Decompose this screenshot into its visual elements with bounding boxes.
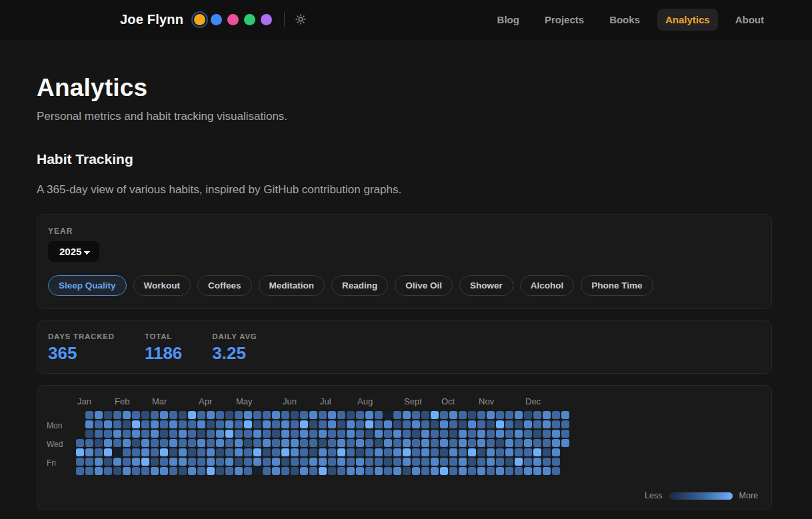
day-cell[interactable] [113, 439, 121, 447]
day-cell[interactable] [412, 467, 420, 475]
day-cell[interactable] [477, 420, 485, 428]
day-cell[interactable] [281, 420, 289, 428]
day-cell[interactable] [123, 430, 131, 438]
day-cell[interactable] [179, 458, 187, 466]
day-cell[interactable] [104, 439, 112, 447]
day-cell[interactable] [113, 467, 121, 475]
day-cell[interactable] [263, 467, 271, 475]
day-cell[interactable] [225, 467, 233, 475]
day-cell[interactable] [347, 411, 355, 419]
day-cell[interactable] [328, 467, 336, 475]
day-cell[interactable] [104, 411, 112, 419]
nav-projects[interactable]: Projects [537, 9, 592, 31]
day-cell[interactable] [291, 467, 299, 475]
day-cell[interactable] [347, 420, 355, 428]
day-cell[interactable] [253, 458, 261, 466]
day-cell[interactable] [477, 430, 485, 438]
day-cell[interactable] [328, 430, 336, 438]
day-cell[interactable] [440, 411, 448, 419]
day-cell[interactable] [309, 411, 317, 419]
day-cell[interactable] [151, 439, 159, 447]
day-cell[interactable] [132, 448, 140, 456]
day-cell[interactable] [561, 411, 569, 419]
nav-blog[interactable]: Blog [489, 9, 527, 31]
day-cell[interactable] [375, 430, 383, 438]
day-cell[interactable] [552, 448, 560, 456]
day-cell[interactable] [85, 420, 93, 428]
day-cell[interactable] [160, 458, 168, 466]
day-cell[interactable] [244, 448, 252, 456]
day-cell[interactable] [337, 439, 345, 447]
day-cell[interactable] [300, 430, 308, 438]
day-cell[interactable] [552, 430, 560, 438]
day-cell[interactable] [76, 439, 84, 447]
day-cell[interactable] [533, 430, 541, 438]
day-cell[interactable] [319, 448, 327, 456]
day-cell[interactable] [263, 411, 271, 419]
day-cell[interactable] [468, 420, 476, 428]
day-cell[interactable] [197, 467, 205, 475]
day-cell[interactable] [412, 458, 420, 466]
day-cell[interactable] [487, 420, 495, 428]
day-cell[interactable] [179, 430, 187, 438]
day-cell[interactable] [207, 448, 215, 456]
day-cell[interactable] [169, 448, 177, 456]
day-cell[interactable] [356, 467, 364, 475]
day-cell[interactable] [141, 420, 149, 428]
day-cell[interactable] [496, 467, 504, 475]
nav-analytics[interactable]: Analytics [657, 9, 718, 31]
day-cell[interactable] [561, 430, 569, 438]
habit-pill-workout[interactable]: Workout [133, 275, 191, 296]
day-cell[interactable] [207, 411, 215, 419]
day-cell[interactable] [431, 411, 439, 419]
day-cell[interactable] [449, 439, 457, 447]
habit-pill-alcohol[interactable]: Alcohol [520, 275, 575, 296]
day-cell[interactable] [169, 411, 177, 419]
day-cell[interactable] [356, 448, 364, 456]
day-cell[interactable] [225, 458, 233, 466]
day-cell[interactable] [85, 411, 93, 419]
day-cell[interactable] [459, 439, 467, 447]
day-cell[interactable] [524, 458, 532, 466]
day-cell[interactable] [272, 411, 280, 419]
day-cell[interactable] [95, 439, 103, 447]
day-cell[interactable] [375, 458, 383, 466]
day-cell[interactable] [505, 467, 513, 475]
day-cell[interactable] [123, 439, 131, 447]
day-cell[interactable] [272, 439, 280, 447]
accent-dot-orange[interactable] [194, 14, 205, 25]
day-cell[interactable] [449, 411, 457, 419]
day-cell[interactable] [272, 420, 280, 428]
day-cell[interactable] [337, 411, 345, 419]
day-cell[interactable] [263, 430, 271, 438]
day-cell[interactable] [412, 439, 420, 447]
day-cell[interactable] [141, 458, 149, 466]
day-cell[interactable] [160, 448, 168, 456]
habit-pill-coffees[interactable]: Coffees [197, 275, 252, 296]
day-cell[interactable] [561, 439, 569, 447]
day-cell[interactable] [225, 420, 233, 428]
day-cell[interactable] [141, 439, 149, 447]
day-cell[interactable] [393, 467, 401, 475]
day-cell[interactable] [347, 430, 355, 438]
accent-dot-pink[interactable] [227, 14, 239, 25]
day-cell[interactable] [524, 448, 532, 456]
day-cell[interactable] [393, 430, 401, 438]
day-cell[interactable] [533, 420, 541, 428]
day-cell[interactable] [459, 420, 467, 428]
day-cell[interactable] [263, 420, 271, 428]
day-cell[interactable] [515, 430, 523, 438]
day-cell[interactable] [216, 430, 224, 438]
day-cell[interactable] [459, 430, 467, 438]
day-cell[interactable] [524, 420, 532, 428]
day-cell[interactable] [328, 411, 336, 419]
day-cell[interactable] [188, 411, 196, 419]
day-cell[interactable] [431, 420, 439, 428]
day-cell[interactable] [309, 467, 317, 475]
day-cell[interactable] [347, 467, 355, 475]
day-cell[interactable] [412, 411, 420, 419]
day-cell[interactable] [309, 420, 317, 428]
day-cell[interactable] [365, 467, 373, 475]
day-cell[interactable] [384, 467, 392, 475]
day-cell[interactable] [431, 439, 439, 447]
